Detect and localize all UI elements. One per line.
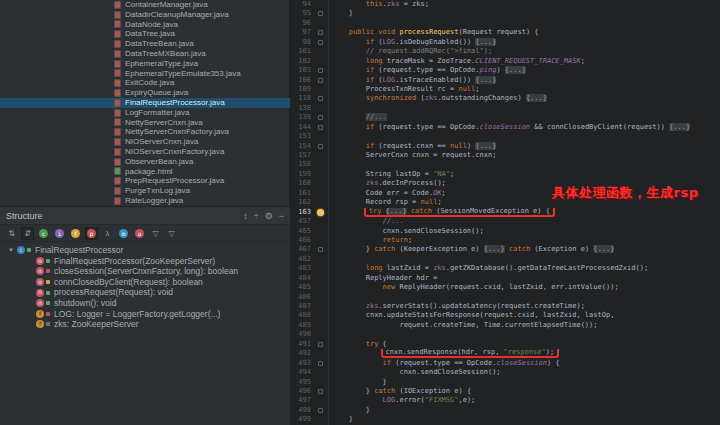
gutter[interactable] bbox=[315, 170, 329, 179]
fold-marker-icon[interactable] bbox=[318, 40, 323, 45]
line-number[interactable]: 102 bbox=[291, 57, 315, 66]
show-anonymous-icon[interactable]: a bbox=[133, 227, 146, 240]
structure-item[interactable]: mprocessRequest(Request): void bbox=[0, 287, 290, 298]
gutter[interactable] bbox=[315, 151, 329, 160]
line-number[interactable]: 484 bbox=[291, 274, 315, 283]
gutter[interactable] bbox=[315, 227, 329, 236]
gutter[interactable] bbox=[315, 406, 329, 415]
line-number[interactable]: 490 bbox=[291, 330, 315, 339]
structure-item[interactable]: mcloseSession(ServerCnxnFactory, long): … bbox=[0, 266, 290, 277]
fold-marker-icon[interactable] bbox=[318, 68, 323, 73]
line-number[interactable]: 138 bbox=[291, 104, 315, 113]
gutter[interactable] bbox=[315, 76, 329, 85]
line-number[interactable]: 106 bbox=[291, 76, 315, 85]
line-number[interactable]: 492 bbox=[291, 349, 315, 358]
gutter[interactable] bbox=[315, 66, 329, 75]
fold-marker-icon[interactable] bbox=[318, 11, 323, 16]
sort-by-visibility-icon[interactable]: ⇅ bbox=[5, 227, 18, 240]
gutter[interactable] bbox=[315, 359, 329, 368]
line-number[interactable]: 97 bbox=[291, 28, 315, 37]
line-number[interactable]: 161 bbox=[291, 189, 315, 198]
fold-marker-icon[interactable] bbox=[318, 342, 323, 347]
line-number[interactable]: 488 bbox=[291, 311, 315, 320]
fold-marker-icon[interactable] bbox=[318, 125, 323, 130]
show-inherited-icon[interactable]: i bbox=[53, 227, 66, 240]
tree-item[interactable]: DataTreeBean.java bbox=[0, 39, 290, 49]
gutter[interactable] bbox=[315, 9, 329, 18]
gutter[interactable] bbox=[315, 19, 329, 28]
gutter[interactable] bbox=[315, 255, 329, 264]
structure-item[interactable]: mshutdown(): void bbox=[0, 298, 290, 309]
gutter[interactable] bbox=[315, 0, 329, 9]
tree-item[interactable]: DataNode.java bbox=[0, 20, 290, 30]
structure-item[interactable]: mconnClosedByClient(Request): boolean bbox=[0, 277, 290, 288]
gutter[interactable] bbox=[315, 245, 329, 254]
line-number[interactable]: 95 bbox=[291, 9, 315, 18]
line-number[interactable]: 94 bbox=[291, 0, 315, 9]
structure-item[interactable]: fLOG: Logger = LoggerFactory.getLogger(.… bbox=[0, 309, 290, 320]
line-number[interactable]: 154 bbox=[291, 142, 315, 151]
structure-item[interactable]: fzks: ZooKeeperServer bbox=[0, 319, 290, 330]
gutter[interactable] bbox=[315, 38, 329, 47]
gutter[interactable] bbox=[315, 283, 329, 292]
hide-icon[interactable]: − bbox=[279, 211, 284, 221]
tree-item[interactable]: NettyServerCnxnFactory.java bbox=[0, 127, 290, 137]
line-number[interactable]: 158 bbox=[291, 160, 315, 169]
gutter[interactable] bbox=[315, 94, 329, 103]
show-lambdas-icon[interactable]: λ bbox=[101, 227, 114, 240]
tree-item[interactable]: DataTreeMXBean.java bbox=[0, 49, 290, 59]
gutter[interactable] bbox=[315, 142, 329, 151]
tree-item[interactable]: DatadirCleanupManager.java bbox=[0, 10, 290, 20]
fold-marker-icon[interactable] bbox=[318, 247, 323, 252]
show-properties-icon[interactable]: p bbox=[85, 227, 98, 240]
fold-marker-icon[interactable] bbox=[318, 115, 323, 120]
line-number[interactable]: 96 bbox=[291, 19, 315, 28]
collapse-all-icon[interactable]: ÷ bbox=[254, 211, 259, 221]
settings-icon[interactable]: ⚙ bbox=[265, 211, 273, 221]
tree-item[interactable]: PrepRequestProcessor.java bbox=[0, 176, 290, 186]
fold-marker-icon[interactable] bbox=[318, 389, 323, 394]
gutter[interactable] bbox=[315, 85, 329, 94]
line-number[interactable]: 495 bbox=[291, 378, 315, 387]
tree-item[interactable]: ContainerManager.java bbox=[0, 0, 290, 10]
gutter[interactable] bbox=[315, 198, 329, 207]
gutter[interactable] bbox=[315, 321, 329, 330]
code-editor[interactable]: 94 this.zks = zks;95 }9697 public void p… bbox=[291, 0, 720, 425]
line-number[interactable]: 497 bbox=[291, 396, 315, 405]
line-number[interactable]: 494 bbox=[291, 368, 315, 377]
gutter[interactable] bbox=[315, 113, 329, 122]
intention-bulb-icon[interactable] bbox=[317, 209, 324, 216]
filter-visibility-icon[interactable]: ▽ bbox=[149, 227, 162, 240]
tree-item[interactable]: NIOServerCnxn.java bbox=[0, 137, 290, 147]
gutter[interactable] bbox=[315, 160, 329, 169]
line-number[interactable]: 483 bbox=[291, 264, 315, 273]
line-number[interactable]: 489 bbox=[291, 321, 315, 330]
tree-item[interactable]: RateLogger.java bbox=[0, 196, 290, 206]
gutter[interactable] bbox=[315, 104, 329, 113]
line-number[interactable]: 160 bbox=[291, 179, 315, 188]
group-methods-icon[interactable]: m bbox=[117, 227, 130, 240]
tree-item[interactable]: EphemeralType.java bbox=[0, 59, 290, 69]
line-number[interactable]: 98 bbox=[291, 38, 315, 47]
line-number[interactable]: 144 bbox=[291, 123, 315, 132]
tree-item[interactable]: DataTree.java bbox=[0, 29, 290, 39]
tree-item[interactable]: package.html bbox=[0, 167, 290, 177]
gutter[interactable] bbox=[315, 47, 329, 56]
gutter[interactable] bbox=[315, 396, 329, 405]
line-number[interactable]: 109 bbox=[291, 85, 315, 94]
tree-item[interactable]: PurgeTxnLog.java bbox=[0, 186, 290, 196]
gutter[interactable] bbox=[315, 340, 329, 349]
line-number[interactable]: 157 bbox=[291, 151, 315, 160]
line-number[interactable]: 101 bbox=[291, 47, 315, 56]
gutter[interactable] bbox=[315, 311, 329, 320]
line-number[interactable]: 139 bbox=[291, 113, 315, 122]
show-classes-icon[interactable]: c bbox=[37, 227, 50, 240]
gutter[interactable] bbox=[315, 236, 329, 245]
gutter[interactable] bbox=[315, 132, 329, 141]
fold-marker-icon[interactable] bbox=[318, 30, 323, 35]
line-number[interactable]: 163 bbox=[291, 208, 315, 217]
line-number[interactable]: 486 bbox=[291, 293, 315, 302]
tree-item[interactable]: ExitCode.java bbox=[0, 78, 290, 88]
tree-item[interactable]: EphemeralTypeEmulate353.java bbox=[0, 69, 290, 79]
gutter[interactable] bbox=[315, 179, 329, 188]
